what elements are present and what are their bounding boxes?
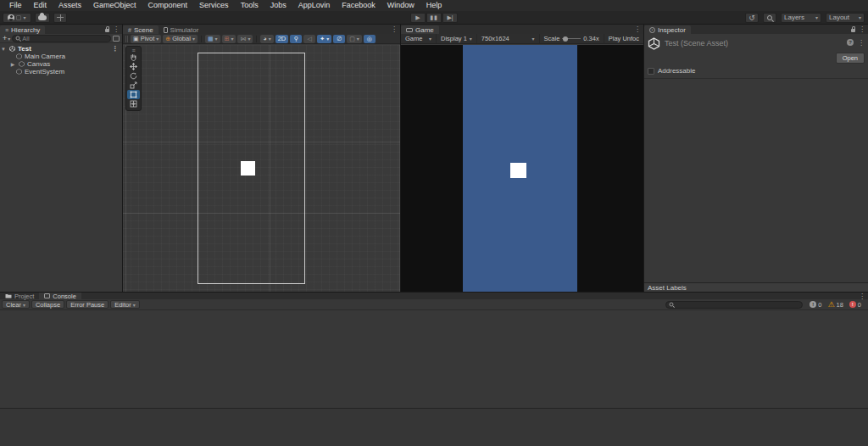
snap-settings-dropdown[interactable]: ⋈ ▾ bbox=[237, 35, 253, 43]
2d-toggle-button[interactable]: 2D bbox=[275, 35, 289, 43]
hierarchy-item-canvas[interactable]: ▶ Canvas bbox=[0, 60, 122, 68]
tab-hierarchy[interactable]: ≡ Hierarchy bbox=[0, 25, 45, 34]
tab-label: Project bbox=[14, 293, 34, 300]
game-view-icon bbox=[406, 28, 413, 32]
undo-history-button[interactable]: ↺ bbox=[745, 13, 759, 23]
open-button[interactable]: Open bbox=[836, 53, 865, 64]
game-display-mode-dropdown[interactable]: Game ▾ bbox=[401, 34, 437, 43]
hierarchy-item-eventsystem[interactable]: EventSystem bbox=[0, 68, 122, 75]
shading-mode-dropdown[interactable]: ◕ ▾ bbox=[260, 35, 273, 43]
account-button[interactable]: ▾ bbox=[3, 13, 31, 23]
global-dropdown[interactable]: ⊕ Global ▾ bbox=[163, 35, 198, 43]
scale-tool-button[interactable] bbox=[126, 81, 141, 90]
menu-jobs[interactable]: Jobs bbox=[264, 0, 292, 11]
chevron-down-icon: ▾ bbox=[8, 36, 10, 42]
sprite-square[interactable] bbox=[241, 161, 255, 176]
menu-assets[interactable]: Assets bbox=[53, 0, 87, 11]
global-search-button[interactable] bbox=[763, 13, 776, 23]
move-tool-button[interactable] bbox=[126, 62, 141, 71]
tab-scene[interactable]: # Scene bbox=[123, 25, 159, 34]
kebab-menu-icon[interactable]: ⋮ bbox=[113, 25, 120, 33]
scale-value: 0.34x bbox=[583, 35, 598, 42]
drag-handle[interactable] bbox=[125, 36, 128, 42]
scene-asset-icon bbox=[9, 46, 15, 52]
menu-component[interactable]: Component bbox=[142, 0, 194, 11]
pause-button[interactable]: ▮▮ bbox=[426, 13, 442, 23]
pivot-dropdown[interactable]: ▣ Pivot ▾ bbox=[131, 35, 161, 43]
addressable-checkbox[interactable] bbox=[648, 68, 654, 75]
lock-icon[interactable] bbox=[105, 29, 109, 32]
kebab-menu-icon[interactable]: ⋮ bbox=[112, 45, 119, 53]
menu-help[interactable]: Help bbox=[420, 0, 448, 11]
menu-gameobject[interactable]: GameObject bbox=[87, 0, 142, 11]
collapse-button[interactable]: Collapse bbox=[31, 300, 64, 309]
kebab-menu-icon[interactable]: ⋮ bbox=[391, 25, 398, 33]
layers-dropdown[interactable]: Layers ▾ bbox=[781, 13, 821, 23]
grid-snap-dropdown[interactable]: ▦ ▾ bbox=[205, 35, 220, 43]
kebab-menu-icon[interactable]: ⋮ bbox=[859, 25, 865, 33]
cloud-services-button[interactable] bbox=[35, 13, 50, 23]
menu-file[interactable]: File bbox=[3, 0, 28, 11]
search-options-icon[interactable] bbox=[113, 36, 120, 42]
error-pause-button[interactable]: Error Pause bbox=[66, 300, 108, 309]
tab-simulator[interactable]: Simulator bbox=[159, 25, 204, 34]
console-log-list[interactable] bbox=[0, 310, 868, 408]
effects-dropdown[interactable]: ✦ ▾ bbox=[317, 35, 331, 43]
scene-viewport[interactable]: ≡ bbox=[123, 45, 400, 292]
scale-slider[interactable] bbox=[562, 38, 581, 39]
menu-facebook[interactable]: Facebook bbox=[336, 0, 381, 11]
play-mode-button[interactable]: Play Unfoc bbox=[604, 34, 643, 43]
play-button[interactable]: ▶ bbox=[410, 13, 426, 23]
snap-toggle-dropdown[interactable]: ⊞ ▾ bbox=[222, 35, 236, 43]
inspector-panel: • Inspector ⋮ Test (Scene Asset) ? ⋮ Ope… bbox=[644, 25, 868, 292]
editor-dropdown[interactable]: Editor ▾ bbox=[110, 300, 140, 309]
history-icon: ↺ bbox=[748, 14, 755, 21]
hierarchy-search-box[interactable] bbox=[12, 35, 111, 42]
view-hand-tool-button[interactable] bbox=[126, 53, 141, 62]
menu-tools[interactable]: Tools bbox=[235, 0, 264, 11]
asset-labels-header[interactable]: Asset Labels bbox=[644, 282, 868, 292]
lighting-toggle-button[interactable]: ⚲ bbox=[290, 35, 302, 43]
hierarchy-search-input[interactable] bbox=[22, 35, 108, 42]
rect-tool-button[interactable] bbox=[127, 90, 140, 99]
menu-services[interactable]: Services bbox=[193, 0, 235, 11]
game-viewport[interactable] bbox=[401, 45, 643, 292]
slider-thumb[interactable] bbox=[563, 36, 568, 42]
camera-dropdown[interactable]: ▢ ▾ bbox=[347, 35, 362, 43]
clear-button[interactable]: Clear ▾ bbox=[2, 300, 30, 309]
expander-icon[interactable]: ▶ bbox=[9, 61, 16, 67]
lock-icon[interactable] bbox=[851, 29, 855, 32]
plastic-scm-button[interactable] bbox=[53, 13, 67, 23]
kebab-menu-icon[interactable]: ⋮ bbox=[859, 293, 865, 300]
audio-toggle-button[interactable]: ◁ bbox=[303, 35, 315, 43]
add-gameobject-button[interactable]: +▾ bbox=[3, 34, 10, 42]
warning-badge[interactable]: ⚠ 18 bbox=[826, 300, 844, 309]
resolution-dropdown[interactable]: 750x1624 ▾ bbox=[477, 34, 540, 43]
play-icon: ▶ bbox=[415, 14, 420, 21]
tab-project[interactable]: Project bbox=[0, 293, 39, 299]
scene-row-test[interactable]: ▼ Test ⋮ bbox=[0, 45, 122, 53]
menu-window[interactable]: Window bbox=[381, 0, 420, 11]
info-badge[interactable]: ! 0 bbox=[808, 300, 823, 309]
error-badge[interactable]: ! 0 bbox=[848, 300, 863, 309]
scale-label: Scale bbox=[544, 35, 560, 42]
menu-applovin[interactable]: AppLovin bbox=[292, 0, 337, 11]
menu-edit[interactable]: Edit bbox=[28, 0, 53, 11]
step-button[interactable]: ▶| bbox=[442, 13, 458, 23]
display-target-dropdown[interactable]: Display 1 ▾ bbox=[437, 34, 477, 43]
kebab-menu-icon[interactable]: ⋮ bbox=[858, 39, 865, 47]
rotate-tool-button[interactable] bbox=[126, 71, 141, 81]
hierarchy-item-main-camera[interactable]: Main Camera bbox=[0, 53, 122, 60]
console-search-input[interactable] bbox=[676, 301, 799, 309]
console-search-box[interactable] bbox=[665, 301, 803, 309]
foldout-icon[interactable]: ▼ bbox=[0, 47, 7, 52]
transform-tool-button[interactable] bbox=[126, 99, 141, 109]
help-icon[interactable]: ? bbox=[847, 39, 854, 46]
layout-dropdown[interactable]: Layout ▾ bbox=[826, 13, 865, 23]
scene-visibility-toggle[interactable]: ∅ bbox=[333, 35, 345, 43]
tab-console[interactable]: Console bbox=[39, 293, 81, 299]
tab-inspector[interactable]: • Inspector bbox=[644, 25, 691, 34]
kebab-menu-icon[interactable]: ⋮ bbox=[634, 25, 641, 33]
tab-game[interactable]: Game bbox=[401, 25, 439, 34]
overlay-menu-button[interactable]: ◎ bbox=[364, 35, 376, 43]
